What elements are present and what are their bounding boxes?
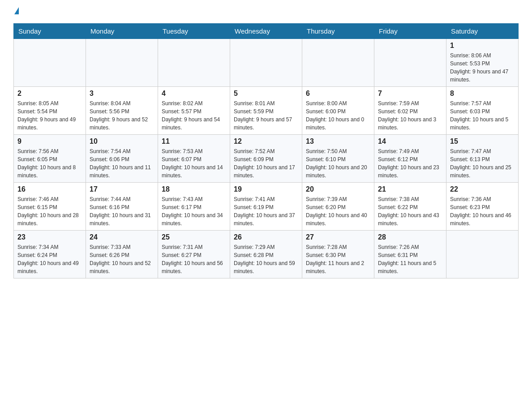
- calendar-week-row: 9Sunrise: 7:56 AMSunset: 6:05 PMDaylight…: [14, 135, 519, 183]
- day-number: 23: [17, 233, 82, 241]
- day-info-line: Daylight: 10 hours and 46 minutes.: [450, 211, 515, 227]
- day-number: 26: [234, 233, 298, 241]
- day-info-line: Daylight: 9 hours and 57 minutes.: [234, 116, 298, 132]
- calendar-day-cell: 3Sunrise: 8:04 AMSunset: 5:56 PMDaylight…: [86, 87, 158, 135]
- day-info-line: Sunset: 6:16 PM: [90, 203, 154, 211]
- day-info-line: Sunrise: 7:33 AM: [90, 243, 154, 251]
- day-info-line: Daylight: 10 hours and 17 minutes.: [234, 163, 298, 180]
- day-info-line: Daylight: 10 hours and 5 minutes.: [450, 116, 515, 132]
- day-info-line: Sunset: 6:19 PM: [234, 203, 298, 211]
- day-number: 4: [162, 90, 226, 98]
- calendar-day-cell: 2Sunrise: 8:05 AMSunset: 5:54 PMDaylight…: [14, 87, 86, 135]
- day-number: 9: [17, 137, 82, 146]
- day-info-line: Sunset: 6:28 PM: [234, 251, 298, 259]
- day-number: 28: [378, 233, 442, 241]
- day-info-line: Sunset: 6:30 PM: [306, 251, 370, 259]
- day-info-line: Daylight: 10 hours and 37 minutes.: [234, 211, 298, 227]
- day-info-line: Sunset: 6:10 PM: [306, 155, 370, 163]
- day-info-line: Sunset: 6:23 PM: [450, 203, 515, 211]
- day-info-line: Sunset: 5:59 PM: [234, 107, 298, 116]
- day-number: 8: [450, 90, 515, 98]
- day-info-line: Daylight: 9 hours and 52 minutes.: [90, 116, 154, 132]
- day-info-line: Daylight: 10 hours and 49 minutes.: [17, 259, 82, 275]
- day-info-line: Sunrise: 7:59 AM: [378, 99, 442, 107]
- calendar-day-cell: 10Sunrise: 7:54 AMSunset: 6:06 PMDayligh…: [86, 135, 158, 183]
- day-info-line: Sunrise: 7:31 AM: [162, 243, 226, 251]
- day-info-line: Daylight: 10 hours and 40 minutes.: [306, 211, 370, 227]
- day-info-line: Sunset: 6:05 PM: [17, 155, 82, 163]
- day-info-line: Daylight: 10 hours and 28 minutes.: [17, 211, 82, 227]
- day-info-line: Daylight: 10 hours and 23 minutes.: [378, 163, 442, 180]
- day-info-line: Daylight: 10 hours and 34 minutes.: [162, 211, 226, 227]
- calendar-day-cell: [158, 39, 230, 87]
- calendar-week-row: 2Sunrise: 8:05 AMSunset: 5:54 PMDaylight…: [14, 87, 519, 135]
- day-number: 20: [306, 185, 370, 193]
- calendar-day-cell: 25Sunrise: 7:31 AMSunset: 6:27 PMDayligh…: [158, 231, 230, 278]
- day-info-line: Daylight: 10 hours and 11 minutes.: [90, 163, 154, 180]
- calendar-day-cell: 14Sunrise: 7:49 AMSunset: 6:12 PMDayligh…: [374, 135, 446, 183]
- calendar-week-row: 16Sunrise: 7:46 AMSunset: 6:15 PMDayligh…: [14, 183, 519, 231]
- day-info-line: Sunrise: 8:00 AM: [306, 99, 370, 107]
- calendar-day-cell: 21Sunrise: 7:38 AMSunset: 6:22 PMDayligh…: [374, 183, 446, 231]
- calendar-day-cell: 23Sunrise: 7:34 AMSunset: 6:24 PMDayligh…: [14, 231, 86, 278]
- calendar-day-cell: [374, 39, 446, 87]
- day-info-line: Daylight: 9 hours and 47 minutes.: [450, 68, 515, 84]
- day-info-line: Sunset: 6:00 PM: [306, 107, 370, 116]
- day-info-line: Daylight: 11 hours and 2 minutes.: [306, 259, 370, 275]
- calendar-day-cell: [230, 39, 302, 87]
- day-number: 21: [378, 185, 442, 193]
- day-info-line: Daylight: 10 hours and 52 minutes.: [90, 259, 154, 275]
- day-info-line: Daylight: 10 hours and 59 minutes.: [234, 259, 298, 275]
- day-number: 6: [306, 90, 370, 98]
- day-info-line: Sunrise: 7:52 AM: [234, 147, 298, 155]
- calendar-day-cell: 4Sunrise: 8:02 AMSunset: 5:57 PMDaylight…: [158, 87, 230, 135]
- calendar-day-cell: 8Sunrise: 7:57 AMSunset: 6:03 PMDaylight…: [446, 87, 519, 135]
- day-info-line: Sunrise: 7:46 AM: [17, 195, 82, 203]
- day-info-line: Sunrise: 7:39 AM: [306, 195, 370, 203]
- calendar-day-header: Wednesday: [230, 24, 302, 39]
- day-number: 18: [162, 185, 226, 193]
- day-info-line: Sunrise: 8:01 AM: [234, 99, 298, 107]
- day-info-line: Sunrise: 7:34 AM: [17, 243, 82, 251]
- calendar-day-header: Friday: [374, 24, 446, 39]
- day-number: 15: [450, 137, 515, 146]
- day-info-line: Sunset: 6:24 PM: [17, 251, 82, 259]
- day-number: 27: [306, 233, 370, 241]
- day-info-line: Sunrise: 7:56 AM: [17, 147, 82, 155]
- calendar-table: SundayMondayTuesdayWednesdayThursdayFrid…: [13, 23, 519, 278]
- day-info-line: Sunset: 6:07 PM: [162, 155, 226, 163]
- day-info-line: Sunrise: 7:28 AM: [306, 243, 370, 251]
- calendar-day-cell: [86, 39, 158, 87]
- logo: [13, 9, 19, 16]
- day-info-line: Sunrise: 8:04 AM: [90, 99, 154, 107]
- day-number: 17: [90, 185, 154, 193]
- day-info-line: Sunrise: 8:02 AM: [162, 99, 226, 107]
- calendar-day-cell: 18Sunrise: 7:43 AMSunset: 6:17 PMDayligh…: [158, 183, 230, 231]
- day-info-line: Sunset: 6:31 PM: [378, 251, 442, 259]
- day-info-line: Sunrise: 7:44 AM: [90, 195, 154, 203]
- day-info-line: Sunrise: 7:49 AM: [378, 147, 442, 155]
- day-info-line: Sunrise: 7:38 AM: [378, 195, 442, 203]
- calendar-day-cell: 19Sunrise: 7:41 AMSunset: 6:19 PMDayligh…: [230, 183, 302, 231]
- day-info-line: Daylight: 10 hours and 14 minutes.: [162, 163, 226, 180]
- day-info-line: Sunrise: 7:50 AM: [306, 147, 370, 155]
- day-number: 12: [234, 137, 298, 146]
- calendar-day-cell: 27Sunrise: 7:28 AMSunset: 6:30 PMDayligh…: [302, 231, 374, 278]
- day-info-line: Sunrise: 7:41 AM: [234, 195, 298, 203]
- calendar-day-cell: 26Sunrise: 7:29 AMSunset: 6:28 PMDayligh…: [230, 231, 302, 278]
- day-number: 25: [162, 233, 226, 241]
- day-info-line: Sunrise: 7:53 AM: [162, 147, 226, 155]
- day-info-line: Sunset: 6:13 PM: [450, 155, 515, 163]
- day-info-line: Daylight: 10 hours and 56 minutes.: [162, 259, 226, 275]
- calendar-day-cell: [446, 231, 519, 278]
- calendar-day-cell: 15Sunrise: 7:47 AMSunset: 6:13 PMDayligh…: [446, 135, 519, 183]
- day-number: 22: [450, 185, 515, 193]
- calendar-day-header: Monday: [86, 24, 158, 39]
- day-info-line: Sunset: 6:09 PM: [234, 155, 298, 163]
- calendar-day-header: Sunday: [14, 24, 86, 39]
- day-info-line: Sunset: 6:06 PM: [90, 155, 154, 163]
- day-info-line: Sunset: 5:53 PM: [450, 60, 515, 68]
- day-info-line: Daylight: 10 hours and 25 minutes.: [450, 163, 515, 180]
- day-info-line: Daylight: 10 hours and 43 minutes.: [378, 211, 442, 227]
- day-info-line: Daylight: 10 hours and 20 minutes.: [306, 163, 370, 180]
